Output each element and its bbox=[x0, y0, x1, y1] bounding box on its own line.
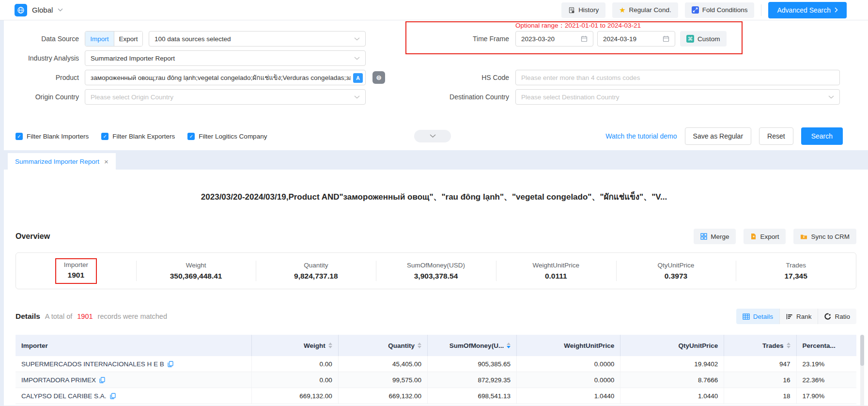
calendar-icon bbox=[663, 35, 669, 42]
view-rank-button[interactable]: Rank bbox=[779, 309, 818, 324]
fold-conditions-button[interactable]: Fold Conditions bbox=[685, 2, 755, 18]
filter-logitics-company-checkbox[interactable]: ✓ Filter Logitics Company bbox=[187, 133, 267, 140]
stat-value: 3,903,378.54 bbox=[414, 272, 458, 281]
table-row[interactable]: IMPORTADORA PRIMEX 0.00 99,575.00 872,92… bbox=[16, 372, 856, 388]
sync-crm-icon bbox=[800, 234, 807, 240]
col-sum-of-money[interactable]: SumOfMoney(U... bbox=[428, 335, 517, 356]
start-date-picker[interactable] bbox=[515, 31, 593, 47]
cell-trades: 947 bbox=[724, 356, 796, 372]
stat-qty-unit-price: QtyUnitPrice 0.3973 bbox=[616, 253, 736, 289]
tab-label: Summarized Importer Report bbox=[15, 158, 99, 165]
importer-link[interactable]: SUPERMERCADOS INTERNACIONALES H E B bbox=[21, 360, 173, 368]
hs-code-input[interactable] bbox=[521, 74, 834, 81]
view-switcher: Details Rank Ratio bbox=[736, 309, 856, 324]
table-scrollbar[interactable] bbox=[860, 335, 864, 406]
product-input[interactable] bbox=[91, 74, 351, 81]
table-row[interactable]: CALYPSO DEL CARIBE S.A. 669,132.00 669,1… bbox=[16, 388, 856, 404]
copy-icon[interactable] bbox=[168, 361, 173, 367]
region-selector[interactable]: Global bbox=[15, 4, 63, 16]
filter-blank-exporters-checkbox[interactable]: ✓ Filter Blank Exporters bbox=[101, 133, 175, 140]
origin-select[interactable]: Please select Origin Country bbox=[85, 89, 366, 105]
chevron-down-icon bbox=[430, 134, 436, 138]
cell-quantity: 99,575.00 bbox=[339, 372, 428, 388]
search-button[interactable]: Search bbox=[801, 127, 843, 145]
filter-row: ✓ Filter Blank Importers ✓ Filter Blank … bbox=[16, 128, 267, 144]
col-qty-unit-price[interactable]: QtyUnitPrice bbox=[620, 335, 724, 356]
details-header: Details A total of 1901 records were mat… bbox=[12, 309, 856, 324]
end-date-picker[interactable] bbox=[597, 31, 675, 47]
col-importer[interactable]: Importer bbox=[16, 335, 252, 356]
overview-stats-card: Importer 1901 Weight 350,369,448.41 Quan… bbox=[16, 252, 856, 289]
tab-summarized-importer-report[interactable]: Summarized Importer Report × bbox=[8, 153, 116, 170]
overview-actions: Merge Export Sync to CRM bbox=[694, 229, 856, 244]
annotation-box-importer: Importer 1901 bbox=[55, 258, 97, 284]
merge-button[interactable]: Merge bbox=[694, 229, 736, 244]
export-button[interactable]: Export bbox=[744, 229, 786, 244]
overview-title: Overview bbox=[12, 232, 50, 241]
stat-value: 9,824,737.18 bbox=[294, 272, 338, 281]
destination-select[interactable]: Please select Destination Country bbox=[515, 89, 840, 105]
col-label: QtyUnitPrice bbox=[678, 342, 718, 349]
view-details-button[interactable]: Details bbox=[736, 309, 779, 324]
data-source-row: Data Source Import Export 100 data sourc… bbox=[4, 31, 366, 47]
custom-icon: ⌘ bbox=[686, 35, 694, 43]
exact-match-icon[interactable]: ⊜ bbox=[372, 71, 385, 84]
stat-value: 0.0111 bbox=[545, 272, 567, 281]
filter-blank-importers-checkbox[interactable]: ✓ Filter Blank Importers bbox=[16, 133, 89, 140]
export-tab[interactable]: Export bbox=[114, 31, 142, 46]
region-label: Global bbox=[32, 6, 53, 14]
importer-link[interactable]: CALYPSO DEL CARIBE S.A. bbox=[21, 392, 116, 400]
view-ratio-button[interactable]: Ratio bbox=[818, 309, 856, 324]
sync-to-crm-button[interactable]: Sync to CRM bbox=[793, 229, 856, 244]
end-date-input[interactable] bbox=[603, 35, 663, 43]
copy-icon[interactable] bbox=[110, 393, 116, 399]
industry-label: Industry Analysis bbox=[4, 54, 79, 62]
stat-weight: Weight 350,369,448.41 bbox=[136, 253, 256, 289]
hs-code-field[interactable] bbox=[515, 70, 840, 85]
stat-label: Trades bbox=[786, 262, 806, 269]
importer-link[interactable]: IMPORTADORA PRIMEX bbox=[21, 376, 105, 384]
details-summary: Details A total of 1901 records were mat… bbox=[12, 312, 167, 321]
stat-trades: Trades 17,345 bbox=[736, 253, 856, 289]
importer-name: IMPORTADORA PRIMEX bbox=[21, 376, 96, 384]
col-weight-unit-price[interactable]: WeightUnitPrice bbox=[517, 335, 620, 356]
table-row[interactable]: SUPERMERCADOS INTERNACIONALES H E B 0.00… bbox=[16, 356, 856, 372]
col-label: Quantity bbox=[388, 342, 415, 349]
cell-weight-unit-price: 1.0440 bbox=[517, 388, 620, 404]
close-icon[interactable]: × bbox=[104, 157, 108, 166]
history-icon bbox=[568, 7, 575, 14]
col-percentage[interactable]: Percenta... bbox=[797, 335, 856, 356]
start-date-input[interactable] bbox=[521, 35, 581, 43]
topbar-actions: History ★ Regular Cond. Fold Conditions … bbox=[561, 2, 847, 18]
reset-button[interactable]: Reset bbox=[759, 127, 793, 145]
data-sources-value: 100 data sources selected bbox=[155, 35, 231, 43]
regular-cond-button[interactable]: ★ Regular Cond. bbox=[612, 2, 678, 18]
save-as-regular-button[interactable]: Save as Regular bbox=[685, 127, 752, 145]
cell-sum-of-money: 698,541.13 bbox=[428, 388, 517, 404]
view-ratio-label: Ratio bbox=[835, 313, 850, 320]
scrollbar-thumb[interactable] bbox=[860, 335, 864, 366]
sort-icon-active-desc[interactable] bbox=[507, 343, 511, 348]
col-trades[interactable]: Trades bbox=[724, 335, 796, 356]
view-rank-label: Rank bbox=[796, 313, 812, 320]
history-button[interactable]: History bbox=[561, 2, 605, 18]
collapse-form-button[interactable] bbox=[414, 130, 451, 142]
custom-range-button[interactable]: ⌘ Custom bbox=[680, 31, 727, 47]
tutorial-link[interactable]: Watch the tutorial demo bbox=[605, 132, 677, 140]
star-icon: ★ bbox=[619, 6, 625, 15]
col-weight[interactable]: Weight bbox=[252, 335, 339, 356]
sort-icon[interactable] bbox=[418, 343, 421, 348]
stat-value: 0.3973 bbox=[665, 272, 687, 281]
col-quantity[interactable]: Quantity bbox=[339, 335, 428, 356]
advanced-search-button[interactable]: Advanced Search bbox=[768, 2, 847, 18]
col-label: Importer bbox=[21, 342, 48, 349]
sort-icon[interactable] bbox=[328, 343, 332, 348]
product-field[interactable]: A bbox=[85, 70, 366, 85]
industry-select[interactable]: Summarized Importer Report bbox=[85, 50, 366, 66]
filter-label: Filter Blank Exporters bbox=[112, 133, 175, 140]
chevron-down-icon bbox=[58, 8, 63, 12]
sort-icon[interactable] bbox=[787, 343, 790, 348]
data-sources-select[interactable]: 100 data sources selected bbox=[149, 31, 366, 47]
import-tab[interactable]: Import bbox=[85, 31, 114, 46]
copy-icon[interactable] bbox=[99, 377, 105, 383]
